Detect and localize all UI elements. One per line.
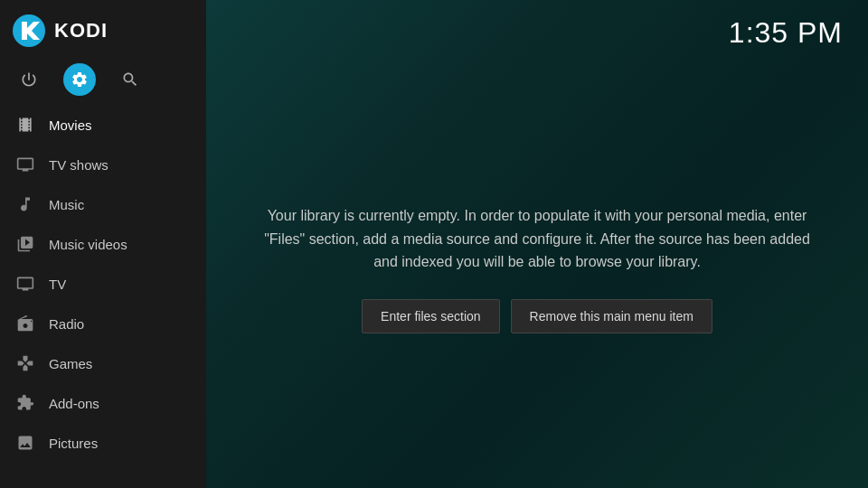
tvshows-label: TV shows (49, 157, 108, 173)
content-center: Your library is currently empty. In orde… (206, 50, 868, 488)
radio-icon (14, 313, 36, 334)
enter-files-button[interactable]: Enter files section (362, 299, 500, 333)
addons-icon (14, 392, 36, 414)
main-nav: Movies TV shows Music Music videos (0, 105, 206, 488)
movies-icon (14, 114, 36, 136)
sidebar: KODI Movies TV shows (0, 0, 206, 488)
movies-label: Movies (49, 117, 92, 133)
sidebar-icon-bar (0, 58, 206, 105)
tvshows-icon (14, 154, 36, 175)
remove-menu-item-button[interactable]: Remove this main menu item (511, 299, 712, 333)
tv-icon (14, 273, 36, 295)
games-label: Games (49, 356, 92, 371)
pictures-label: Pictures (49, 436, 98, 451)
pictures-icon (14, 432, 36, 454)
sidebar-item-radio[interactable]: Radio (0, 304, 206, 343)
sidebar-item-tvshows[interactable]: TV shows (0, 145, 206, 184)
main-content: 1:35 PM Your library is currently empty.… (206, 0, 868, 488)
search-button[interactable] (114, 63, 146, 96)
sidebar-item-pictures[interactable]: Pictures (0, 423, 206, 463)
games-icon (14, 352, 36, 374)
settings-button[interactable] (63, 63, 96, 96)
sidebar-item-games[interactable]: Games (0, 343, 206, 383)
sidebar-item-musicvideos[interactable]: Music videos (0, 224, 206, 264)
app-header: KODI (0, 0, 206, 58)
sidebar-item-movies[interactable]: Movies (0, 105, 206, 145)
clock-display: 1:35 PM (729, 16, 843, 50)
radio-label: Radio (49, 316, 84, 332)
kodi-logo (13, 14, 45, 47)
action-buttons: Enter files section Remove this main men… (362, 299, 712, 333)
musicvideos-label: Music videos (49, 237, 127, 252)
sidebar-item-tv[interactable]: TV (0, 264, 206, 304)
app-title: KODI (54, 19, 108, 42)
addons-label: Add-ons (49, 396, 99, 411)
music-icon (14, 193, 36, 215)
musicvideos-icon (14, 233, 36, 255)
sidebar-item-music[interactable]: Music (0, 184, 206, 224)
top-bar: 1:35 PM (206, 0, 868, 50)
tv-label: TV (49, 277, 66, 292)
music-label: Music (49, 197, 84, 212)
empty-library-message: Your library is currently empty. In orde… (260, 204, 814, 274)
power-button[interactable] (13, 63, 45, 96)
sidebar-item-addons[interactable]: Add-ons (0, 383, 206, 423)
